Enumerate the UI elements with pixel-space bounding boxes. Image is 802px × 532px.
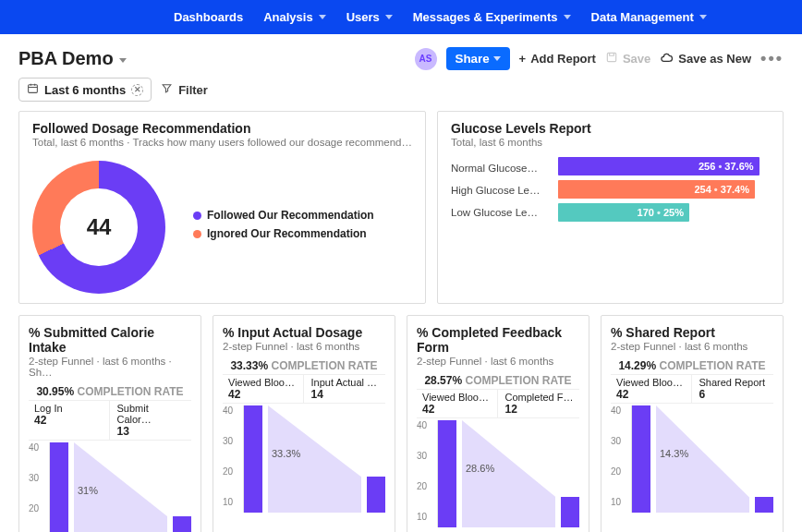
glucose-bar-row: 170 • 25% [558, 203, 770, 222]
step-cell: Submit Calor…13 [112, 401, 192, 440]
nav-label: Users [346, 10, 380, 24]
donut-chart: 44 [32, 161, 165, 294]
date-range-label: Last 6 months [44, 83, 126, 97]
y-axis: 40302010 [29, 442, 45, 532]
donut-wrap: 44 Followed Our Recommendation Ignored O… [32, 161, 412, 294]
funnel-bar [50, 442, 68, 532]
filter-icon [161, 82, 173, 97]
step-header: Viewed Bloo…42Completed F…12 [417, 389, 579, 418]
glucose-bar: 256 • 37.6% [558, 157, 759, 175]
dosage-card[interactable]: Followed Dosage Recommendation Total, la… [18, 111, 426, 304]
bar-pct: 25% [663, 207, 684, 218]
falloff-label: 28.6% [466, 463, 494, 474]
nav-label: Data Management [591, 10, 694, 24]
chart-plot: 33.3% [243, 405, 385, 513]
falloff-area: 14.3% [656, 405, 749, 513]
funnel-bar [755, 497, 773, 513]
legend-row: Ignored Our Recommendation [193, 227, 374, 240]
falloff-area: 28.6% [462, 420, 555, 527]
glucose-bar: 170 • 25% [558, 203, 689, 222]
share-button[interactable]: Share [446, 47, 510, 70]
svg-rect-0 [607, 53, 615, 61]
nav-label: Dashboards [174, 10, 243, 24]
step-cell: Log In42 [29, 401, 110, 440]
avatar[interactable]: AS [415, 48, 437, 70]
funnel-bar [244, 405, 262, 513]
card-title: % Completed Feedback Form [417, 325, 579, 355]
save-as-new-button[interactable]: Save as New [660, 51, 751, 67]
y-axis: 40302010 [611, 405, 627, 513]
top-nav: DashboardsAnalysisUsersMessages & Experi… [0, 0, 802, 34]
bar-value: 256 [699, 161, 715, 172]
filter-label: Filter [178, 83, 208, 97]
calendar-icon [27, 82, 39, 97]
add-report-label: Add Report [530, 52, 596, 66]
step-cell: Viewed Bloo…42 [417, 390, 498, 417]
card-subtitle: 2-step Funnel · last 6 months [611, 341, 773, 352]
save-as-new-label: Save as New [678, 52, 751, 66]
card-subtitle: 2-step Funnel · last 6 months [417, 356, 579, 367]
step-cell: Viewed Bloo…42 [611, 375, 692, 403]
card-title: Glucose Levels Report [451, 121, 770, 136]
funnel-card[interactable]: % Input Actual Dosage2-step Funnel · las… [213, 315, 395, 532]
glucose-card[interactable]: Glucose Levels Report Total, last 6 mont… [437, 111, 784, 304]
cloud-icon [660, 51, 674, 67]
legend-label: Ignored Our Recommendation [207, 227, 367, 240]
glucose-bar-row: 254 • 37.4% [558, 180, 770, 199]
glucose-chart: Normal Glucose…High Glucose Le…Low Gluco… [451, 157, 770, 226]
top-card-grid: Followed Dosage Recommendation Total, la… [0, 111, 802, 304]
page-title[interactable]: PBA Demo [18, 48, 127, 69]
overflow-menu-icon[interactable]: ••• [760, 49, 784, 68]
date-range-picker[interactable]: Last 6 months ✕ [18, 78, 152, 102]
funnel-chart: 4030201031% [29, 442, 191, 532]
bar-pct: 37.6% [724, 161, 753, 172]
header-bar: PBA Demo AS Share + Add Report Save Save… [0, 34, 802, 70]
legend-row: Followed Our Recommendation [193, 209, 374, 222]
nav-item-users[interactable]: Users [346, 10, 393, 24]
glucose-row-label: Normal Glucose… [451, 157, 558, 179]
falloff-area: 31% [74, 442, 167, 532]
glucose-bar-row: 256 • 37.6% [558, 157, 770, 175]
completion-rate: 14.29% COMPLETION RATE [611, 359, 773, 372]
card-subtitle: Total, last 6 months [451, 137, 770, 148]
glucose-labels: Normal Glucose…High Glucose Le…Low Gluco… [451, 157, 558, 226]
donut-center-value: 44 [60, 188, 138, 266]
clear-icon[interactable]: ✕ [131, 84, 143, 96]
nav-item-messages-experiments[interactable]: Messages & Experiments [413, 10, 571, 24]
nav-item-analysis[interactable]: Analysis [263, 10, 325, 24]
funnel-card[interactable]: % Shared Report2-step Funnel · last 6 mo… [601, 315, 784, 532]
add-report-button[interactable]: + Add Report [519, 52, 596, 66]
funnel-bar [632, 405, 650, 513]
caret-down-icon [493, 56, 501, 61]
nav-item-dashboards[interactable]: Dashboards [174, 10, 243, 24]
glucose-row-label: High Glucose Le… [451, 179, 558, 201]
filter-button[interactable]: Filter [161, 82, 208, 97]
share-label: Share [456, 52, 490, 66]
funnel-chart: 4030201033.3% [223, 405, 385, 513]
bar-pct: 37.4% [721, 184, 749, 195]
tool-row: Last 6 months ✕ Filter [0, 70, 802, 111]
plus-icon: + [519, 52, 527, 66]
glucose-bar: 254 • 37.4% [558, 180, 755, 199]
funnel-card[interactable]: % Submitted Calorie Intake2-step Funnel … [18, 315, 201, 532]
funnel-bar [561, 497, 579, 527]
funnel-bar [438, 420, 456, 527]
nav-item-data-management[interactable]: Data Management [591, 10, 707, 24]
legend-dot-icon [193, 212, 201, 220]
funnel-bar [367, 477, 385, 513]
chart-plot: 31% [49, 442, 191, 532]
funnel-grid: % Submitted Calorie Intake2-step Funnel … [0, 304, 802, 532]
caret-down-icon [699, 15, 707, 19]
page-title-text: PBA Demo [18, 48, 114, 69]
funnel-chart: 4030201014.3% [611, 405, 773, 513]
step-header: Viewed Bloo…42Input Actual …14 [223, 374, 385, 404]
bar-value: 170 [638, 207, 654, 218]
chart-plot: 28.6% [437, 420, 579, 527]
falloff-label: 33.3% [272, 448, 300, 459]
card-subtitle: Total, last 6 months · Tracks how many u… [32, 137, 412, 148]
funnel-card[interactable]: % Completed Feedback Form2-step Funnel ·… [407, 315, 589, 532]
chart-plot: 14.3% [631, 405, 773, 513]
caret-down-icon [564, 15, 571, 19]
bar-value: 254 [694, 184, 711, 195]
funnel-chart: 4030201028.6% [417, 420, 579, 527]
